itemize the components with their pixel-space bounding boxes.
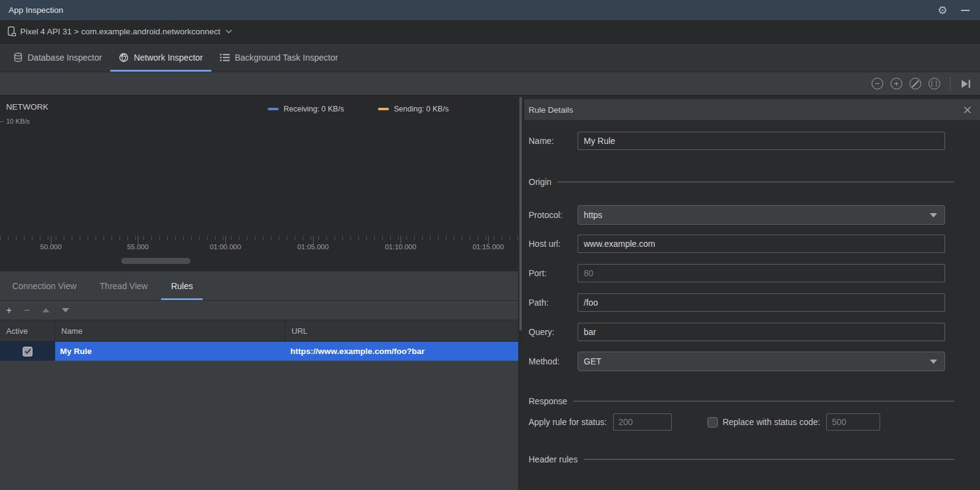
replace-status-label: Replace with status code:: [723, 417, 821, 427]
tab-network-inspector[interactable]: Network Inspector: [110, 43, 211, 72]
host-label: Host url:: [529, 239, 578, 249]
reset-zoom-icon[interactable]: [910, 78, 921, 89]
rule-details-panel: Rule Details Name: Origin Protocol: http…: [524, 96, 980, 490]
selected-protocol: https: [584, 210, 602, 220]
chevron-down-icon: [225, 29, 232, 34]
method-label: Method:: [529, 356, 578, 366]
tab-connection-view[interactable]: Connection View: [2, 271, 86, 300]
move-down-icon[interactable]: [62, 308, 69, 312]
network-chart[interactable]: NETWORK 10 KB/s Receiving: 0 KB/s Sendin…: [0, 96, 518, 271]
active-cell: [0, 342, 55, 361]
protocol-row: Protocol: https: [529, 205, 945, 225]
add-rule-icon[interactable]: +: [6, 306, 12, 315]
path-label: Path:: [529, 298, 578, 307]
column-header-name[interactable]: Name: [55, 320, 285, 341]
dropdown-arrow-icon: [930, 213, 937, 217]
section-divider: [573, 401, 954, 402]
tab-label: Connection View: [12, 281, 77, 291]
rules-toolbar: + −: [0, 300, 518, 320]
minimize-icon[interactable]: [961, 10, 970, 11]
network-inspector-panel: NETWORK 10 KB/s Receiving: 0 KB/s Sendin…: [0, 96, 518, 490]
rule-url-cell: https://www.example.com/foo?bar: [285, 342, 518, 361]
origin-section-header: Origin: [529, 176, 954, 188]
tab-background-task-inspector[interactable]: Background Task Inspector: [211, 43, 347, 72]
panel-divider[interactable]: [518, 96, 524, 490]
query-label: Query:: [529, 327, 578, 337]
phone-icon: [7, 26, 17, 37]
path-row: Path:: [529, 293, 945, 312]
selected-method: GET: [584, 356, 601, 366]
database-icon: [13, 53, 23, 62]
active-checkbox[interactable]: [23, 347, 32, 356]
legend-sending: Sending: 0 KB/s: [378, 105, 449, 113]
apply-rule-label: Apply rule for status:: [529, 417, 607, 427]
replace-status-checkbox[interactable]: [707, 417, 718, 428]
task-list-icon: [220, 53, 230, 62]
protocol-label: Protocol:: [529, 210, 578, 220]
zoom-to-selection-icon[interactable]: [ ]: [929, 78, 940, 89]
dropdown-arrow-icon: [930, 360, 937, 364]
tick-label: 01:10.000: [370, 243, 431, 251]
remove-rule-icon[interactable]: −: [24, 306, 29, 315]
timeline-minor-ticks: [0, 236, 518, 240]
method-dropdown[interactable]: GET: [578, 352, 945, 371]
protocol-dropdown[interactable]: https: [578, 205, 945, 225]
section-title: Response: [529, 396, 567, 406]
column-header-url[interactable]: URL: [285, 320, 518, 341]
vertical-scrollbar[interactable]: [519, 97, 522, 331]
column-header-active[interactable]: Active: [0, 320, 55, 341]
diagonal-slash: [912, 80, 919, 88]
zoom-out-icon[interactable]: −: [872, 78, 883, 89]
view-tab-bar: Connection View Thread View Rules: [0, 271, 518, 300]
panel-title: Rule Details: [529, 105, 573, 115]
tab-label: Network Inspector: [134, 53, 203, 62]
chart-title: NETWORK: [6, 102, 48, 111]
tick-label: 50.000: [20, 243, 81, 251]
query-row: Query:: [529, 322, 945, 342]
close-icon[interactable]: [963, 106, 971, 114]
section-divider: [557, 181, 954, 183]
query-field[interactable]: [578, 323, 945, 341]
tab-database-inspector[interactable]: Database Inspector: [5, 43, 110, 72]
tick-label: 55.000: [107, 243, 168, 251]
path-field[interactable]: [578, 293, 945, 312]
device-process-label: Pixel 4 API 31 > com.example.android.net…: [20, 27, 221, 36]
apply-status-field[interactable]: [613, 413, 672, 431]
tab-label: Rules: [171, 281, 193, 291]
inspector-tab-bar: Database Inspector Network Inspector Bac…: [0, 43, 980, 72]
host-url-field[interactable]: [578, 235, 945, 253]
tab-label: Database Inspector: [28, 53, 102, 62]
jump-to-live-icon[interactable]: [960, 79, 971, 89]
table-row[interactable]: My Rule https://www.example.com/foo?bar: [0, 342, 518, 361]
port-row: Port:: [529, 263, 945, 283]
gear-icon[interactable]: ⚙: [938, 4, 948, 17]
device-process-selector[interactable]: Pixel 4 API 31 > com.example.android.net…: [0, 20, 980, 43]
table-header: Active Name URL: [0, 320, 518, 342]
receiving-color-swatch: [268, 108, 279, 110]
name-field[interactable]: [578, 132, 945, 150]
timeline-scrollbar[interactable]: [121, 258, 190, 264]
tab-rules[interactable]: Rules: [161, 271, 203, 300]
tab-label: Thread View: [100, 281, 148, 291]
rules-table: Active Name URL My Rule https://www.exam…: [0, 320, 518, 361]
move-up-icon[interactable]: [42, 308, 50, 312]
name-row: Name:: [529, 131, 945, 151]
replace-status-field[interactable]: [826, 413, 880, 431]
globe-icon: [119, 53, 129, 62]
y-axis-tick: [0, 121, 4, 122]
header-rules-section-header: Header rules: [529, 453, 954, 466]
checkmark-icon: [24, 349, 31, 354]
zoom-in-icon[interactable]: +: [891, 78, 902, 89]
y-axis-label: 10 KB/s: [6, 118, 30, 125]
response-section-header: Response: [529, 395, 954, 407]
response-status-row: Apply rule for status: Replace with stat…: [529, 413, 880, 431]
rule-details-header: Rule Details: [524, 99, 980, 120]
tab-thread-view[interactable]: Thread View: [90, 271, 157, 300]
sending-color-swatch: [378, 108, 389, 110]
port-field[interactable]: [578, 264, 945, 282]
rule-name-cell: My Rule: [55, 342, 285, 361]
toolbar-separator: [950, 77, 951, 91]
tab-label: Background Task Inspector: [235, 53, 338, 62]
section-title: Origin: [529, 177, 551, 187]
tick-label: 01:15.000: [458, 243, 519, 251]
